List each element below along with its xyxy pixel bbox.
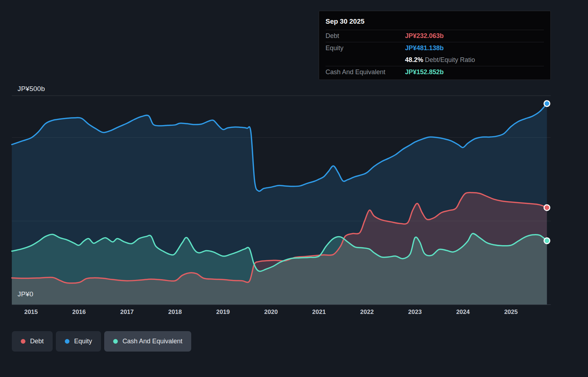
cash-series-dot xyxy=(113,339,118,344)
legend-label-equity: Equity xyxy=(74,338,92,345)
equity-endpoint-marker[interactable] xyxy=(544,101,550,106)
legend-item-debt[interactable]: Debt xyxy=(12,331,53,352)
tooltip-equity-label: Equity xyxy=(326,44,405,52)
equity-series-dot xyxy=(65,339,69,344)
chart-tooltip: Sep 30 2025 Debt JP¥232.063b Equity JP¥4… xyxy=(319,11,551,80)
debt-series-dot xyxy=(21,339,25,344)
cash-endpoint-marker[interactable] xyxy=(544,238,550,244)
tooltip-date: Sep 30 2025 xyxy=(326,14,544,30)
tooltip-ratio-value: 48.2% xyxy=(405,56,423,63)
chart-legend: Debt Equity Cash And Equivalent xyxy=(12,331,191,352)
tooltip-debt-value: JP¥232.063b xyxy=(405,32,444,40)
tooltip-row-ratio: 48.2% Debt/Equity Ratio xyxy=(326,54,544,66)
y-axis-min-label: JP¥0 xyxy=(18,290,33,298)
tooltip-cash-value: JP¥152.852b xyxy=(405,68,444,76)
legend-label-debt: Debt xyxy=(30,338,44,345)
legend-item-equity[interactable]: Equity xyxy=(56,331,101,352)
legend-label-cash: Cash And Equivalent xyxy=(122,338,182,345)
tooltip-ratio: 48.2% Debt/Equity Ratio xyxy=(405,56,475,64)
tooltip-row-equity: Equity JP¥481.138b xyxy=(326,42,544,54)
tooltip-cash-label: Cash And Equivalent xyxy=(326,68,405,76)
debt-endpoint-marker[interactable] xyxy=(544,205,550,210)
legend-item-cash[interactable]: Cash And Equivalent xyxy=(104,331,191,352)
tooltip-row-cash: Cash And Equivalent JP¥152.852b xyxy=(326,66,544,78)
y-axis-max-label: JP¥500b xyxy=(18,85,45,93)
tooltip-equity-value: JP¥481.138b xyxy=(405,44,444,52)
debt-equity-cash-panel: JP¥500b JP¥0 201520162017201820192020202… xyxy=(0,0,588,377)
tooltip-debt-label: Debt xyxy=(326,32,405,40)
tooltip-ratio-label: Debt/Equity Ratio xyxy=(425,56,475,63)
tooltip-row-debt: Debt JP¥232.063b xyxy=(326,30,544,42)
